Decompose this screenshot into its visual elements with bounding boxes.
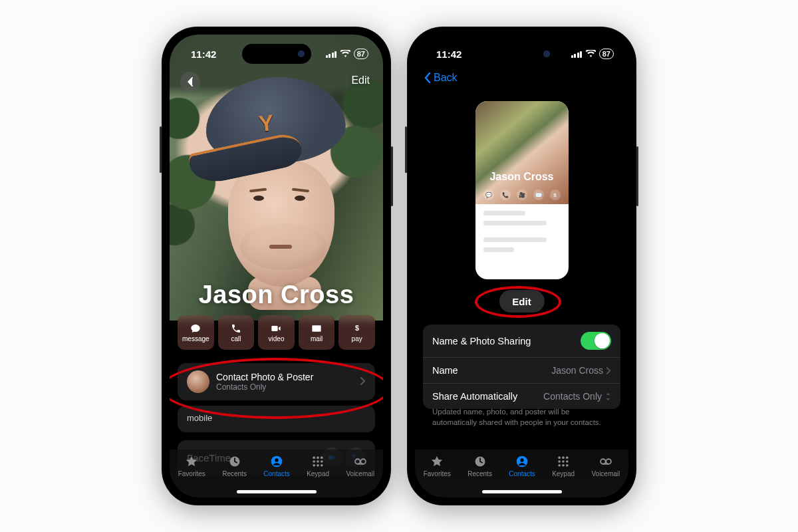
cap-logo: Y [257, 110, 275, 137]
mobile-label: mobile [187, 413, 212, 423]
call-action[interactable]: call [218, 315, 255, 350]
svg-point-9 [321, 460, 323, 463]
pay-icon: $ [351, 323, 363, 334]
tab-contacts[interactable]: Contacts [259, 455, 293, 477]
dynamic-island [242, 44, 311, 64]
setting-label: Share Automatically [432, 391, 517, 402]
tab-label: Recents [467, 470, 492, 477]
signal-icon [326, 51, 337, 58]
share-auto-row[interactable]: Share AutomaticallyContacts Only [423, 383, 620, 409]
wifi-icon [586, 50, 596, 58]
screen-sharing-settings: 11:42 87 Back Jason Cross 💬📞🎥✉️$ [415, 35, 628, 497]
tab-keypad[interactable]: Keypad [548, 455, 579, 477]
battery-indicator: 87 [599, 49, 614, 59]
svg-point-12 [321, 464, 323, 467]
svg-point-5 [317, 456, 319, 459]
tab-voicemail[interactable]: Voicemail [587, 455, 624, 477]
tab-keypad[interactable]: Keypad [303, 455, 333, 477]
wifi-icon [340, 50, 350, 58]
svg-point-4 [313, 456, 315, 459]
iphone-right: 11:42 87 Back Jason Cross 💬📞🎥✉️$ [407, 27, 636, 505]
poster-preview[interactable]: Jason Cross 💬📞🎥✉️$ [475, 101, 569, 279]
video-action[interactable]: video [258, 315, 295, 350]
tab-label: Contacts [509, 470, 535, 477]
back-button[interactable]: Back [424, 72, 458, 84]
tab-favorites[interactable]: Favorites [420, 455, 455, 477]
tab-label: Keypad [307, 470, 329, 477]
tab-label: Voicemail [346, 470, 374, 477]
svg-point-19 [562, 456, 565, 459]
home-indicator[interactable] [237, 490, 317, 493]
svg-point-13 [355, 459, 360, 464]
contact-name: Jason Cross [170, 281, 383, 309]
tab-recents[interactable]: Recents [218, 455, 251, 477]
chevron-left-icon [424, 72, 431, 83]
svg-point-7 [313, 460, 315, 463]
tab-label: Keypad [552, 470, 575, 477]
status-time: 11:42 [191, 49, 216, 60]
svg-point-17 [520, 458, 523, 462]
sharing-toggle-row[interactable]: Name & Photo Sharing [423, 325, 620, 357]
message-action[interactable]: message [178, 315, 214, 350]
name-row[interactable]: NameJason Cross [423, 357, 620, 383]
svg-point-3 [275, 458, 278, 462]
svg-point-26 [566, 464, 569, 467]
quick-actions: message call video mail $ pay [178, 315, 375, 350]
svg-point-28 [606, 459, 611, 464]
svg-point-6 [321, 456, 323, 459]
chevron-right-icon [360, 376, 366, 388]
row-title: Contact Photo & Poster [216, 372, 313, 382]
setting-label: Name [432, 365, 458, 376]
svg-point-24 [558, 464, 561, 467]
row-subtitle: Contacts Only [216, 382, 313, 392]
tab-label: Favorites [178, 470, 205, 477]
svg-point-18 [558, 456, 561, 459]
tab-contacts[interactable]: Contacts [505, 455, 539, 477]
contact-photo-poster-row[interactable]: Contact Photo & Poster Contacts Only [178, 363, 375, 400]
battery-indicator: 87 [354, 49, 368, 59]
tab-voicemail[interactable]: Voicemail [342, 455, 378, 477]
iphone-left: 11:42 87 Y Edit Jason Cross [162, 27, 391, 505]
action-label: pay [352, 335, 362, 342]
screen-contact-card: 11:42 87 Y Edit Jason Cross [170, 35, 383, 497]
action-label: message [182, 335, 209, 342]
tab-label: Contacts [263, 470, 289, 477]
tab-label: Recents [222, 470, 247, 477]
mobile-number-row[interactable]: mobile [178, 406, 375, 432]
edit-poster-button[interactable]: Edit [499, 290, 544, 313]
tab-favorites[interactable]: Favorites [174, 455, 209, 477]
action-label: mail [311, 335, 323, 342]
pay-action[interactable]: $ pay [338, 315, 375, 350]
setting-value: Contacts Only [543, 391, 611, 402]
svg-point-25 [562, 464, 565, 467]
svg-point-22 [562, 460, 565, 463]
setting-label: Name & Photo Sharing [432, 336, 531, 346]
updown-icon [605, 392, 611, 401]
svg-text:$: $ [355, 324, 359, 332]
svg-point-23 [566, 460, 569, 463]
action-label: video [269, 335, 285, 342]
chevron-right-icon [606, 367, 611, 374]
sharing-footnote: Updated name, photo, and poster will be … [432, 407, 611, 428]
toggle-switch[interactable] [581, 332, 611, 350]
signal-icon [571, 51, 583, 58]
svg-point-21 [558, 460, 561, 463]
svg-point-10 [313, 464, 315, 467]
setting-value: Jason Cross [551, 365, 611, 376]
svg-point-20 [566, 456, 569, 459]
tab-label: Voicemail [591, 470, 620, 477]
mail-icon [311, 323, 323, 334]
edit-button[interactable]: Edit [351, 74, 370, 86]
mail-action[interactable]: mail [299, 315, 335, 350]
preview-name: Jason Cross [475, 171, 569, 183]
home-indicator[interactable] [482, 490, 562, 493]
tab-label: Favorites [424, 470, 451, 477]
status-time: 11:42 [436, 49, 462, 60]
video-icon [270, 323, 282, 334]
back-button[interactable] [180, 72, 200, 92]
avatar-icon [187, 370, 209, 393]
bubble-icon [190, 323, 201, 334]
tab-recents[interactable]: Recents [464, 455, 496, 477]
dynamic-island [487, 44, 557, 64]
phone-icon [230, 323, 242, 334]
